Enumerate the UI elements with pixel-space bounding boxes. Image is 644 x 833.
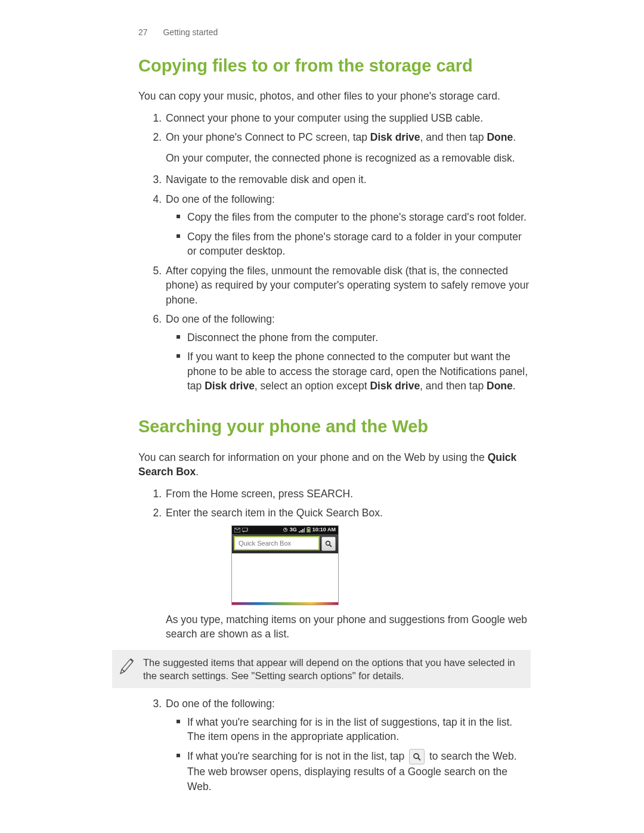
step-text: Connect your phone to your computer usin… [166, 112, 483, 124]
step-text: From the Home screen, press SEARCH. [166, 488, 353, 500]
signal-icon [299, 528, 305, 532]
quick-search-box-screenshot: 3G 10:10 AM Quick Search Box [231, 525, 339, 605]
search-button[interactable] [321, 537, 336, 551]
steps-searching-cont: Do one of the following: If what you're … [138, 696, 531, 794]
note-text: The suggested items that appear will dep… [143, 656, 521, 683]
svg-rect-8 [308, 527, 309, 528]
svg-line-15 [418, 758, 420, 760]
step-item: After copying the files, unmount the rem… [165, 264, 531, 308]
svg-rect-4 [301, 530, 302, 532]
network-label: 3G [290, 526, 297, 534]
search-icon [325, 540, 332, 547]
mail-icon [234, 528, 240, 532]
intro-copying: You can copy your music, photos, and oth… [138, 89, 531, 104]
pen-icon [117, 656, 135, 680]
svg-rect-5 [302, 529, 304, 532]
step-text: After copying the files, unmount the rem… [166, 265, 529, 306]
bullet-item: If what you're searching for is in the l… [187, 715, 531, 744]
status-bar: 3G 10:10 AM [232, 526, 338, 534]
step-item: On your phone's Connect to PC screen, ta… [165, 130, 531, 165]
bullet-item: Copy the files from the phone's storage … [187, 230, 531, 259]
sub-bullets: If what you're searching for is in the l… [166, 715, 531, 794]
bullet-item: If you want to keep the phone connected … [187, 349, 531, 394]
clock-label: 10:10 AM [312, 526, 336, 534]
steps-searching: From the Home screen, press SEARCH. Ente… [138, 487, 531, 642]
step-item: Do one of the following: If what you're … [165, 696, 531, 794]
step-item: Do one of the following: Copy the files … [165, 192, 531, 259]
svg-point-10 [326, 541, 330, 545]
step-text: Enter the search item in the Quick Searc… [166, 507, 383, 519]
step-item: Connect your phone to your computer usin… [165, 111, 531, 126]
heading-searching: Searching your phone and the Web [138, 416, 531, 437]
search-results-area [232, 553, 338, 602]
page-header: 27 Getting started [138, 27, 531, 39]
search-icon [413, 753, 421, 761]
chat-icon [242, 528, 248, 532]
step-text: Do one of the following: [166, 698, 275, 710]
step-item: From the Home screen, press SEARCH. [165, 487, 531, 501]
heading-copying-files: Copying files to or from the storage car… [138, 55, 531, 76]
screenshot-footer [232, 602, 338, 605]
page-number: 27 [138, 27, 148, 37]
svg-rect-1 [242, 528, 247, 531]
bullet-item: Copy the files from the computer to the … [187, 210, 531, 225]
step-item: Navigate to the removable disk and open … [165, 172, 531, 187]
svg-rect-9 [308, 529, 309, 532]
search-web-button[interactable] [409, 749, 425, 764]
search-bar: Quick Search Box [232, 534, 338, 553]
sub-bullets: Disconnect the phone from the computer. … [166, 330, 531, 394]
step-text: On your phone's Connect to PC screen, ta… [166, 131, 516, 143]
step-text: Do one of the following: [166, 193, 275, 205]
step-text: Navigate to the removable disk and open … [166, 174, 367, 185]
battery-icon [306, 527, 311, 532]
svg-point-14 [414, 754, 419, 758]
note-box: The suggested items that appear will dep… [112, 650, 531, 689]
sub-bullets: Copy the files from the computer to the … [166, 210, 531, 259]
section-name: Getting started [163, 27, 218, 37]
step-subtext: On your computer, the connected phone is… [166, 151, 531, 166]
step-aftertext: As you type, matching items on your phon… [166, 612, 531, 642]
bullet-item: Disconnect the phone from the computer. [187, 330, 531, 345]
svg-rect-6 [304, 528, 305, 532]
svg-rect-12 [122, 659, 133, 671]
intro-searching: You can search for information on your p… [138, 450, 531, 479]
step-item: Do one of the following: Disconnect the … [165, 312, 531, 394]
step-item: Enter the search item in the Quick Searc… [165, 506, 531, 642]
svg-line-11 [330, 544, 332, 546]
step-text: Do one of the following: [166, 313, 275, 325]
bullet-item: If what you're searching for is not in t… [187, 749, 531, 794]
svg-rect-3 [299, 531, 300, 532]
steps-copying: Connect your phone to your computer usin… [138, 111, 531, 394]
sync-icon [283, 527, 288, 532]
search-input[interactable]: Quick Search Box [234, 537, 319, 550]
